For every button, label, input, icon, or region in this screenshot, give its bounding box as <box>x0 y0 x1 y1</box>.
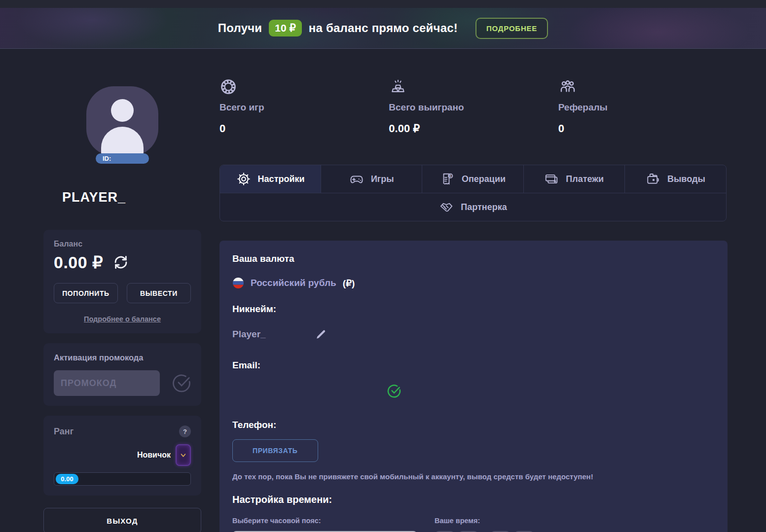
nickname-row: Player_ <box>232 328 715 340</box>
people-icon <box>558 78 728 96</box>
avatar-person-icon <box>111 99 134 122</box>
tab-partner[interactable]: Партнерка <box>220 193 726 221</box>
your-time-label: Ваше время: <box>435 517 715 525</box>
email-label: Email: <box>232 360 715 371</box>
promo-code-input[interactable] <box>54 370 160 396</box>
balance-details-link[interactable]: Подробнее о балансе <box>84 315 161 323</box>
gamepad-icon <box>349 172 364 186</box>
stat-total-games: Всего игр 0 <box>219 78 389 135</box>
stat-referrals: Рефералы 0 <box>558 78 728 135</box>
stat-total-won: Всего выиграно 0.00 ₽ <box>389 78 558 135</box>
currency-label: Ваша валюта <box>232 253 715 264</box>
rank-badge-icon[interactable] <box>176 444 191 466</box>
rank-card: Ранг ? Новичок 0.00 <box>43 416 201 496</box>
activate-promo-check-icon[interactable] <box>171 372 192 394</box>
stat-label: Рефералы <box>558 102 728 113</box>
receipt-icon: $ <box>440 172 455 186</box>
handshake-icon <box>439 200 454 214</box>
card-icon <box>544 172 559 186</box>
banner-text-after: на баланс прямо сейчас! <box>309 21 458 35</box>
tab-label: Операции <box>462 174 506 184</box>
phone-warning-text: До тех пор, пока Вы не привяжете свой мо… <box>232 472 715 481</box>
russia-flag-icon <box>232 277 244 289</box>
banner-amount-badge: 10 ₽ <box>269 20 302 36</box>
wallet-icon <box>646 172 660 186</box>
stat-value: 0.00 ₽ <box>389 122 558 135</box>
banner-details-button[interactable]: ПОДРОБНЕЕ <box>475 18 548 39</box>
rank-help-icon[interactable]: ? <box>179 426 191 437</box>
nickname-value: Player_ <box>232 329 266 340</box>
promo-banner: Получи 10 ₽ на баланс прямо сейчас! ПОДР… <box>0 8 766 49</box>
promo-title: Активация промокода <box>54 353 191 362</box>
tab-label: Платежи <box>566 174 604 184</box>
rank-progress-bar: 0.00 <box>54 472 191 486</box>
rank-name: Новичок <box>137 451 171 460</box>
svg-text:$: $ <box>449 174 451 178</box>
currency-symbol: (₽) <box>343 278 355 289</box>
timezone-label: Выберите часовой пояс: <box>232 517 435 525</box>
gold-bars-icon <box>389 78 558 96</box>
tab-label: Партнерка <box>461 202 507 213</box>
tab-payments[interactable]: Платежи <box>524 165 625 193</box>
tab-withdrawals[interactable]: Выводы <box>625 165 726 193</box>
tab-games[interactable]: Игры <box>321 165 422 193</box>
tab-operations[interactable]: $ Операции <box>422 165 523 193</box>
promo-card: Активация промокода <box>43 343 201 406</box>
stats-row: Всего игр 0 Всего выиграно 0.00 ₽ <box>219 78 728 135</box>
balance-card: Баланс 0.00 ₽ ПОПОЛНИТЬ ВЫВЕСТИ Подробне… <box>43 230 201 333</box>
top-strip <box>0 0 766 8</box>
profile-sidebar: ID: PLAYER_ Баланс 0.00 ₽ ПОПОЛНИТЬ ВЫВЕ… <box>43 64 201 532</box>
logout-button[interactable]: ВЫХОД <box>43 508 201 532</box>
profile-tabs: Настройки Игры $ <box>219 165 727 221</box>
chip-icon <box>219 78 389 96</box>
time-settings-title: Настройка времени: <box>232 494 715 505</box>
withdraw-button[interactable]: ВЫВЕСТИ <box>127 283 191 303</box>
edit-nickname-pencil-icon[interactable] <box>315 328 327 340</box>
settings-panel: Ваша валюта Российский рубль (₽) Никнейм… <box>219 241 728 532</box>
username: PLAYER_ <box>62 187 201 205</box>
refresh-balance-icon[interactable] <box>112 253 130 271</box>
rank-title: Ранг <box>54 426 73 437</box>
phone-label: Телефон: <box>232 420 715 430</box>
gear-icon <box>236 172 251 186</box>
stat-label: Всего игр <box>219 102 389 113</box>
currency-name: Российский рубль <box>251 278 336 288</box>
stat-value: 0 <box>219 122 389 135</box>
balance-amount: 0.00 ₽ <box>54 252 103 272</box>
currency-row: Российский рубль (₽) <box>232 277 715 289</box>
stat-label: Всего выиграно <box>389 102 558 113</box>
avatar[interactable] <box>86 86 158 156</box>
deposit-button[interactable]: ПОПОЛНИТЬ <box>54 283 118 303</box>
banner-text-before: Получи <box>218 21 262 35</box>
bind-phone-button[interactable]: ПРИВЯЗАТЬ <box>232 439 318 462</box>
tab-label: Игры <box>371 174 394 184</box>
tab-label: Выводы <box>667 174 705 184</box>
avatar-section: ID: <box>43 64 201 187</box>
rank-progress-value: 0.00 <box>56 474 78 484</box>
tab-settings[interactable]: Настройки <box>220 165 321 193</box>
nickname-label: Никнейм: <box>232 304 715 315</box>
stat-value: 0 <box>558 122 728 135</box>
balance-title: Баланс <box>54 240 191 248</box>
user-id-badge: ID: <box>96 153 149 164</box>
email-verified-check-icon <box>386 383 402 399</box>
tab-label: Настройки <box>258 174 305 184</box>
